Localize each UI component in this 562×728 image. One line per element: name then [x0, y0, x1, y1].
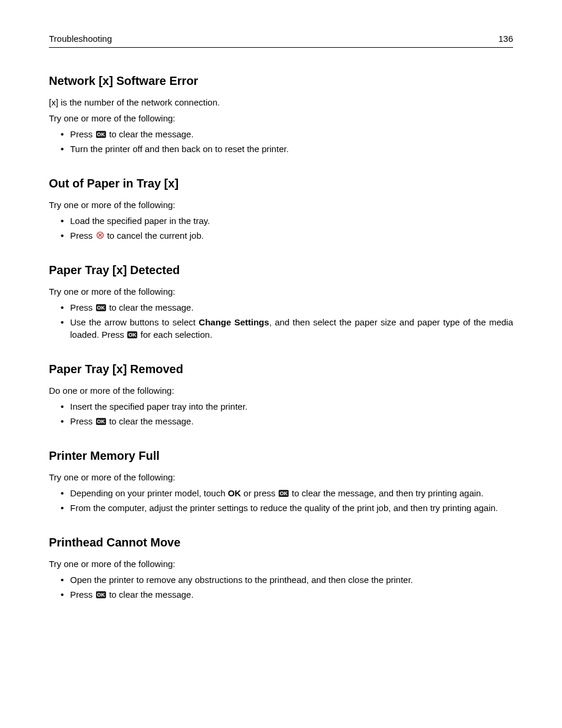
- manual-page: Troubleshooting 136 Network [x] Software…: [0, 0, 562, 728]
- step-item: Open the printer to remove any obstructi…: [70, 574, 513, 586]
- step-list: Depending on your printer model, touch O…: [49, 487, 513, 514]
- ok-button-icon: OK: [96, 591, 107, 599]
- step-item: Turn the printer off and then back on to…: [70, 143, 513, 155]
- troubleshooting-section: Out of Paper in Tray [x]Try one or more …: [49, 175, 513, 242]
- step-item: Load the specified paper in the tray.: [70, 215, 513, 227]
- step-item: Press OK to clear the message.: [70, 588, 513, 601]
- header-section: Troubleshooting: [49, 32, 112, 45]
- section-heading: Paper Tray [x] Detected: [49, 262, 513, 278]
- cancel-button-icon: [96, 231, 104, 239]
- ok-button-icon: OK: [96, 131, 107, 139]
- bold-term: OK: [228, 488, 242, 498]
- step-list: Insert the specified paper tray into the…: [49, 400, 513, 427]
- section-intro: [x] is the number of the network connect…: [49, 96, 513, 108]
- section-lead: Try one or more of the following:: [49, 471, 513, 483]
- section-lead: Try one or more of the following:: [49, 285, 513, 298]
- step-item: From the computer, adjust the printer se…: [70, 502, 513, 514]
- step-list: Press OK to clear the message.Use the ar…: [49, 301, 513, 341]
- step-item: Press to cancel the current job.: [70, 229, 513, 242]
- step-item: Press OK to clear the message.: [70, 301, 513, 314]
- troubleshooting-section: Paper Tray [x] RemovedDo one or more of …: [49, 361, 513, 427]
- ok-button-icon: OK: [96, 304, 107, 312]
- step-item: Use the arrow buttons to select Change S…: [70, 316, 513, 341]
- step-list: Press OK to clear the message.Turn the p…: [49, 128, 513, 155]
- section-lead: Try one or more of the following:: [49, 199, 513, 211]
- troubleshooting-section: Paper Tray [x] DetectedTry one or more o…: [49, 262, 513, 341]
- step-item: Press OK to clear the message.: [70, 415, 513, 427]
- ok-button-icon: OK: [96, 418, 107, 426]
- running-header: Troubleshooting 136: [49, 32, 513, 48]
- step-item: Insert the specified paper tray into the…: [70, 400, 513, 413]
- section-heading: Paper Tray [x] Removed: [49, 361, 513, 377]
- section-heading: Out of Paper in Tray [x]: [49, 175, 513, 192]
- header-page-number: 136: [498, 32, 513, 45]
- ok-button-icon: OK: [279, 490, 289, 498]
- step-list: Open the printer to remove any obstructi…: [49, 574, 513, 601]
- section-heading: Printhead Cannot Move: [49, 534, 513, 551]
- section-lead: Try one or more of the following:: [49, 558, 513, 570]
- troubleshooting-section: Network [x] Software Error[x] is the num…: [49, 73, 513, 155]
- section-lead: Do one or more of the following:: [49, 384, 513, 397]
- troubleshooting-section: Printer Memory FullTry one or more of th…: [49, 447, 513, 514]
- step-list: Load the specified paper in the tray.Pre…: [49, 215, 513, 242]
- step-item: Press OK to clear the message.: [70, 128, 513, 140]
- section-heading: Printer Memory Full: [49, 447, 513, 464]
- section-lead: Try one or more of the following:: [49, 112, 513, 124]
- bold-term: Change Settings: [199, 317, 269, 327]
- troubleshooting-section: Printhead Cannot MoveTry one or more of …: [49, 534, 513, 601]
- ok-button-icon: OK: [127, 331, 138, 339]
- step-item: Depending on your printer model, touch O…: [70, 487, 513, 499]
- section-heading: Network [x] Software Error: [49, 73, 513, 89]
